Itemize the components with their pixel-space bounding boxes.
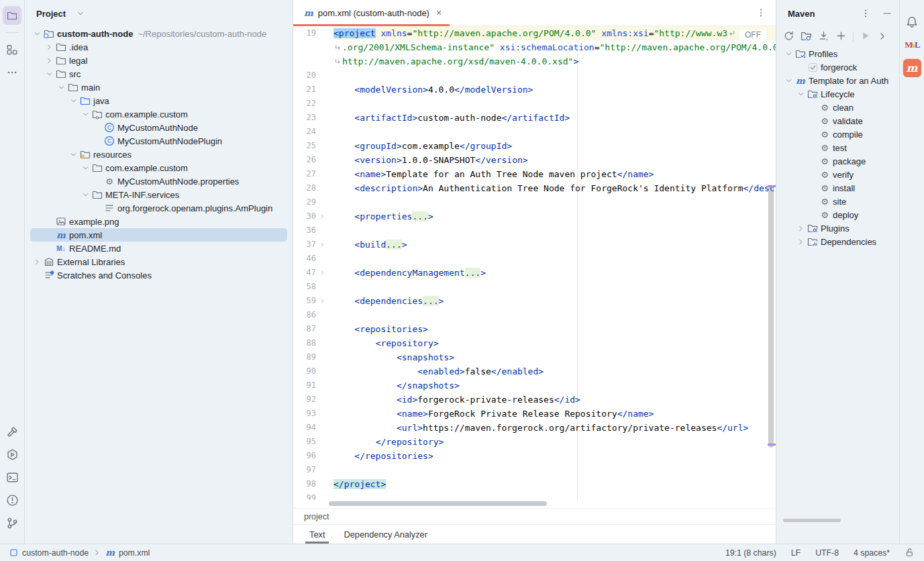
gutter[interactable]: 88	[293, 336, 333, 350]
code-text[interactable]: <artifactId>custom-auth-node</artifactId…	[333, 111, 776, 125]
tab-options-icon[interactable]	[756, 7, 766, 18]
version-control-tool-button[interactable]	[3, 513, 21, 532]
maven-goal-clean[interactable]: ⚙clean	[782, 101, 894, 114]
tree-item-idea[interactable]: .idea	[30, 40, 287, 54]
code-line[interactable]: 47 <dependencyManagement...>	[293, 266, 776, 280]
maven-goal-verify[interactable]: ⚙verify	[782, 168, 894, 181]
chevron-down-icon[interactable]	[32, 30, 42, 38]
gutter[interactable]: 36	[293, 223, 333, 238]
chevron-down-icon[interactable]	[68, 97, 79, 105]
build-tool-button[interactable]	[3, 422, 21, 441]
tree-item-src[interactable]: src	[30, 67, 287, 81]
gutter[interactable]: 24	[293, 125, 333, 139]
reload-all-projects-button[interactable]	[801, 30, 812, 44]
code-text[interactable]	[333, 97, 776, 111]
code-text[interactable]	[333, 195, 776, 209]
chevron-down-icon[interactable]	[783, 77, 794, 85]
code-text[interactable]: <snapshots>	[333, 350, 776, 364]
gutter[interactable]: 23	[293, 111, 333, 125]
code-line[interactable]: 88 <repository>	[293, 336, 776, 350]
editor-mode-tab-text[interactable]: Text	[309, 525, 325, 544]
code-line[interactable]: 89 <snapshots>	[293, 350, 776, 364]
gutter[interactable]: 29	[293, 195, 333, 209]
code-text[interactable]: <repositories>	[333, 322, 776, 336]
vertical-scrollbar[interactable]	[768, 186, 774, 448]
code-line[interactable]: 86	[293, 308, 776, 322]
code-line[interactable]: 28 <description>An Authentication Tree N…	[293, 181, 776, 195]
code-line[interactable]: 91 </snapshots>	[293, 378, 776, 393]
tree-item-class-node[interactable]: CMyCustomAuthNode	[30, 121, 287, 134]
maven-helper-button[interactable]: MvL	[903, 36, 921, 54]
tree-item-legal[interactable]: legal	[30, 54, 287, 67]
tree-item-java[interactable]: java	[30, 94, 287, 107]
code-text[interactable]	[333, 308, 776, 322]
maven-goal-compile[interactable]: ⚙compile	[782, 128, 894, 141]
download-sources-button[interactable]	[818, 30, 829, 44]
gutter[interactable]: 47	[293, 266, 333, 280]
run-maven-goal-button[interactable]	[860, 30, 871, 44]
status-caret-position[interactable]: 19:1 (8 chars)	[725, 548, 776, 558]
highlighting-level-badge[interactable]: OFF	[739, 30, 766, 40]
gutter[interactable]: 87	[293, 322, 333, 336]
tree-item-example-png[interactable]: example.png	[30, 215, 287, 228]
maven-item-dependencies[interactable]: Dependencies	[782, 235, 894, 248]
tree-item-root[interactable]: custom-auth-node~/Repositories/custom-au…	[30, 27, 287, 40]
status-readonly-toggle[interactable]	[905, 548, 915, 558]
code-text[interactable]: <dependencyManagement...>	[333, 266, 776, 280]
tree-item-class-plugin[interactable]: CMyCustomAuthNodePlugin	[30, 134, 287, 148]
gutter[interactable]: 28	[293, 181, 333, 195]
fold-chevron-icon[interactable]	[316, 270, 328, 276]
code-text[interactable]: <groupId>com.example</groupId>	[333, 139, 776, 153]
more-tool-windows-button[interactable]	[3, 63, 21, 82]
terminal-tool-button[interactable]	[3, 468, 21, 487]
services-tool-button[interactable]	[3, 445, 21, 464]
code-text[interactable]: <repository>	[333, 336, 776, 350]
code-line[interactable]: .org/2001/XMLSchema-instance" xsi:schema…	[293, 40, 776, 54]
gutter[interactable]: 98	[293, 477, 333, 491]
code-text[interactable]: </repositories>	[333, 449, 776, 463]
code-line[interactable]: 26 <version>1.0.0-SNAPSHOT</version>	[293, 153, 776, 167]
tree-item-scratches[interactable]: Scratches and Consoles	[30, 268, 287, 282]
maven-item-profile-forgerock[interactable]: forgerock	[782, 60, 894, 74]
code-line[interactable]: 21 <modelVersion>4.0.0</modelVersion>	[293, 83, 776, 97]
chevron-down-icon[interactable]	[80, 191, 91, 199]
maven-tool-window-button[interactable]: m	[903, 58, 921, 77]
code-text[interactable]: .org/2001/XMLSchema-instance" xsi:schema…	[333, 40, 776, 54]
gutter[interactable]: 25	[293, 139, 333, 153]
code-line[interactable]: 93 <name>ForgeRock Private Release Repos…	[293, 407, 776, 421]
code-line[interactable]: 90 <enabled>false</enabled>	[293, 364, 776, 378]
code-line[interactable]: 98</project>	[293, 477, 776, 491]
status-indent[interactable]: 4 spaces*	[854, 548, 890, 558]
code-line[interactable]: 25 <groupId>com.example</groupId>	[293, 139, 776, 153]
editor-tab-pom-xml[interactable]: m pom.xml (custom-auth-node) ×	[293, 0, 450, 26]
chevron-right-icon[interactable]	[44, 44, 54, 51]
code-line[interactable]: 27 <name>Template for an Auth Tree Node …	[293, 167, 776, 181]
gutter[interactable]: 97	[293, 463, 333, 477]
maven-goal-validate[interactable]: ⚙validate	[782, 114, 894, 128]
code-line[interactable]: 19<project xmlns="http://maven.apache.or…	[293, 26, 776, 40]
gutter[interactable]: 46	[293, 252, 333, 266]
chevron-down-icon[interactable]	[56, 84, 66, 91]
breadcrumb-chevron-widget[interactable]	[93, 548, 101, 557]
horizontal-scrollbar-thumb[interactable]	[329, 501, 547, 506]
horizontal-scrollbar[interactable]	[293, 500, 776, 508]
more-vertical-icon[interactable]	[860, 8, 871, 19]
code-line[interactable]: 36	[293, 223, 776, 238]
minimize-icon[interactable]	[882, 8, 892, 19]
editor-mode-tab-dependency-analyzer[interactable]: Dependency Analyzer	[344, 525, 427, 544]
code-text[interactable]: <version>1.0.0-SNAPSHOT</version>	[333, 153, 776, 167]
gutter[interactable]: 27	[293, 167, 333, 181]
gutter[interactable]: 89	[293, 350, 333, 364]
structure-tool-button[interactable]	[3, 40, 21, 59]
status-project-widget[interactable]: custom-auth-node	[22, 548, 89, 558]
chevron-down-icon[interactable]	[795, 91, 806, 98]
chevron-right-icon[interactable]	[795, 238, 806, 246]
gutter[interactable]	[293, 54, 333, 68]
code-line[interactable]: 22	[293, 97, 776, 111]
code-line[interactable]: 24	[293, 125, 776, 139]
chevron-right-icon[interactable]	[795, 225, 806, 232]
tree-item-main[interactable]: main	[30, 81, 287, 94]
gutter[interactable]: 59	[293, 294, 333, 308]
code-text[interactable]: <project xmlns="http://maven.apache.org/…	[333, 26, 776, 40]
code-text[interactable]	[333, 280, 776, 294]
